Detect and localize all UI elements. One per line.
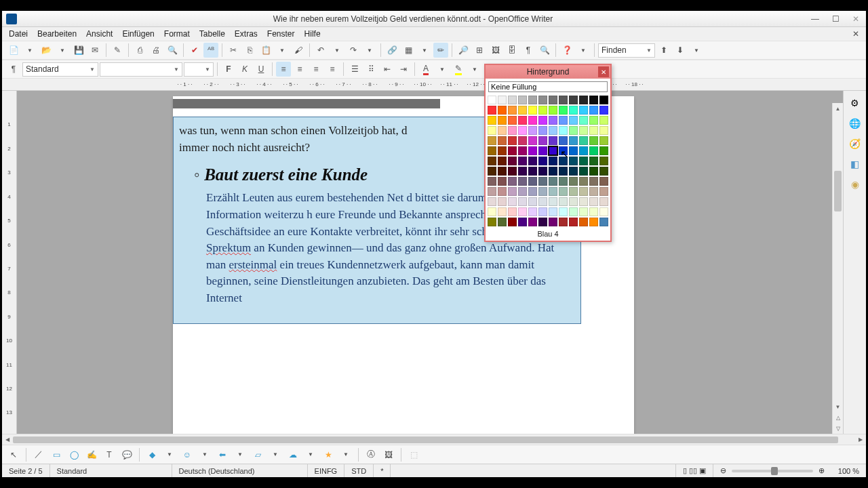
color-swatch[interactable] [488, 157, 496, 165]
color-swatch[interactable] [579, 157, 588, 165]
sidebar-functions-icon[interactable]: ◉ [847, 176, 863, 192]
font-name-combo[interactable]: ▼ [100, 62, 182, 77]
color-swatch[interactable] [538, 116, 547, 125]
paste-icon[interactable]: 📋 [258, 43, 273, 58]
color-swatch[interactable] [508, 167, 517, 176]
color-swatch[interactable] [518, 218, 527, 226]
ellipse-icon[interactable]: ◯ [66, 447, 81, 462]
color-swatch[interactable] [498, 218, 507, 226]
color-swatch[interactable] [498, 157, 507, 165]
color-swatch[interactable] [508, 136, 517, 145]
save-icon[interactable]: 💾 [71, 43, 86, 58]
preview-icon[interactable]: 🔍 [165, 43, 180, 58]
color-swatch[interactable] [518, 157, 527, 165]
scroll-down-icon[interactable]: ▼ [833, 401, 843, 412]
color-swatch[interactable] [549, 167, 557, 176]
find-prev-icon[interactable]: ⬆ [656, 43, 671, 58]
color-swatch[interactable] [528, 136, 537, 145]
color-swatch[interactable] [579, 177, 588, 186]
color-swatch[interactable] [549, 126, 557, 135]
color-swatch[interactable] [579, 197, 588, 206]
color-swatch[interactable] [508, 218, 517, 226]
color-swatch[interactable] [579, 116, 588, 125]
flowchart-icon[interactable]: ▱ [250, 447, 265, 462]
color-swatch[interactable] [599, 146, 608, 155]
color-swatch[interactable] [518, 96, 527, 104]
redo-icon[interactable]: ↷ [346, 43, 361, 58]
color-swatch[interactable] [549, 96, 557, 104]
color-swatch[interactable] [569, 197, 578, 206]
status-selection[interactable]: STD [344, 464, 374, 477]
indent-more-icon[interactable]: ⇥ [396, 62, 411, 77]
status-style[interactable]: Standard [50, 464, 172, 477]
help-icon[interactable]: ❓ [559, 43, 574, 58]
status-insert[interactable]: EINFG [308, 464, 345, 477]
nonprinting-icon[interactable]: ¶ [521, 43, 536, 58]
color-swatch[interactable] [508, 96, 517, 104]
callout-shapes-icon[interactable]: ☁ [285, 447, 300, 462]
color-swatch[interactable] [518, 197, 527, 206]
color-swatch[interactable] [488, 197, 496, 206]
color-swatch[interactable] [508, 146, 517, 155]
color-swatch[interactable] [559, 126, 568, 135]
color-swatch[interactable] [549, 157, 557, 165]
color-swatch[interactable] [498, 146, 507, 155]
color-swatch[interactable] [488, 177, 496, 186]
color-swatch[interactable] [518, 177, 527, 186]
callout-icon[interactable]: 💬 [119, 447, 134, 462]
menu-ansicht[interactable]: Ansicht [82, 28, 117, 40]
color-swatch[interactable] [589, 116, 598, 125]
color-swatch[interactable] [599, 126, 608, 135]
hyperlink-icon[interactable]: 🔗 [384, 43, 399, 58]
color-swatch[interactable] [538, 187, 547, 196]
color-swatch[interactable] [559, 218, 568, 226]
draw-icon[interactable]: ✏ [433, 43, 448, 58]
sidebar-gallery-icon[interactable]: 🌐 [847, 115, 863, 131]
color-swatch[interactable] [488, 187, 496, 196]
table-icon[interactable]: ▦ [401, 43, 416, 58]
color-swatch[interactable] [488, 218, 496, 226]
color-swatch[interactable] [569, 167, 578, 176]
color-swatch[interactable] [579, 136, 588, 145]
menu-fenster[interactable]: Fenster [263, 28, 299, 40]
menu-format[interactable]: Format [160, 28, 194, 40]
color-swatch[interactable] [589, 126, 598, 135]
color-swatch[interactable] [579, 218, 588, 226]
color-swatch[interactable] [508, 187, 517, 196]
color-swatch[interactable] [538, 136, 547, 145]
color-swatch[interactable] [518, 187, 527, 196]
menu-bearbeiten[interactable]: Bearbeiten [33, 28, 81, 40]
color-swatch[interactable] [528, 207, 537, 216]
color-swatch[interactable] [569, 136, 578, 145]
color-swatch[interactable] [569, 157, 578, 165]
color-swatch[interactable] [579, 187, 588, 196]
cut-icon[interactable]: ✂ [226, 43, 241, 58]
color-swatch[interactable] [569, 218, 578, 226]
color-swatch[interactable] [549, 218, 557, 226]
color-swatch[interactable] [518, 126, 527, 135]
line-icon[interactable]: ／ [31, 447, 46, 462]
minimize-button[interactable]: — [805, 12, 825, 26]
navigator-icon[interactable]: ⊞ [472, 43, 487, 58]
autospell-icon[interactable]: ᴬᴮ [203, 43, 218, 58]
color-swatch[interactable] [569, 187, 578, 196]
email-icon[interactable]: ✉ [87, 43, 102, 58]
color-swatch[interactable] [488, 167, 496, 176]
color-swatch[interactable] [498, 126, 507, 135]
color-swatch[interactable] [538, 167, 547, 176]
close-button[interactable]: ✕ [846, 12, 866, 26]
color-swatch[interactable] [508, 116, 517, 125]
color-swatch[interactable] [549, 116, 557, 125]
color-swatch[interactable] [599, 106, 608, 115]
color-swatch[interactable] [569, 177, 578, 186]
color-swatch[interactable] [559, 106, 568, 115]
color-swatch[interactable] [498, 106, 507, 115]
spellcheck-icon[interactable]: ✔ [187, 43, 202, 58]
scroll-left-icon[interactable]: ◀ [2, 436, 13, 443]
symbol-shapes-icon[interactable]: ☺ [180, 447, 195, 462]
highlight-icon[interactable]: ✎ [451, 62, 466, 77]
color-swatch[interactable] [589, 218, 598, 226]
rect-icon[interactable]: ▭ [49, 447, 64, 462]
color-swatch[interactable] [528, 197, 537, 206]
color-swatch[interactable] [518, 167, 527, 176]
